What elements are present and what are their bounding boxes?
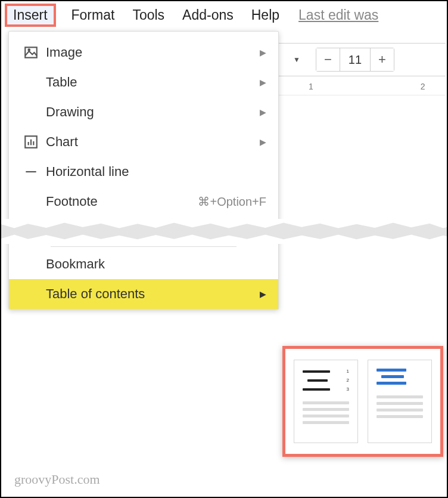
submenu-arrow-icon: ▶ bbox=[260, 78, 266, 87]
menu-format[interactable]: Format bbox=[69, 4, 117, 27]
menu-item-table-of-contents[interactable]: Table of contents ▶ bbox=[9, 279, 278, 309]
font-dropdown-arrow-icon[interactable]: ▼ bbox=[284, 51, 310, 69]
insert-dropdown: Image ▶ Table ▶ Drawing ▶ Chart ▶ Horizo… bbox=[8, 31, 279, 310]
menu-item-image[interactable]: Image ▶ bbox=[9, 38, 278, 67]
menu-item-table[interactable]: Table ▶ bbox=[9, 67, 278, 97]
horizontal-line-icon bbox=[16, 164, 46, 180]
menu-tools[interactable]: Tools bbox=[130, 4, 167, 27]
menu-item-label: Table bbox=[46, 75, 260, 90]
menu-item-horizontal-line[interactable]: Horizontal line bbox=[9, 157, 278, 187]
font-size-stepper[interactable]: − 11 + bbox=[316, 48, 394, 72]
submenu-arrow-icon: ▶ bbox=[260, 48, 266, 57]
menu-item-label: Footnote bbox=[46, 194, 198, 209]
submenu-arrow-icon: ▶ bbox=[260, 107, 266, 117]
menu-item-label: Chart bbox=[46, 134, 260, 150]
menu-item-label: Drawing bbox=[46, 104, 260, 120]
font-size-increase[interactable]: + bbox=[370, 48, 394, 71]
ruler-tick-1: 1 bbox=[309, 82, 313, 91]
toolbar-fragment: ▼ − 11 + bbox=[279, 43, 446, 76]
menu-item-drawing[interactable]: Drawing ▶ bbox=[9, 97, 278, 127]
menu-item-chart[interactable]: Chart ▶ bbox=[9, 127, 278, 157]
menu-item-footnote[interactable]: Footnote ⌘+Option+F bbox=[9, 187, 278, 216]
menu-item-label: Horizontal line bbox=[46, 164, 266, 180]
torn-edge-decoration bbox=[9, 220, 278, 243]
ruler: 1 2 bbox=[279, 78, 446, 95]
submenu-arrow-icon: ▶ bbox=[260, 289, 266, 299]
last-edit-link[interactable]: Last edit was bbox=[298, 7, 378, 23]
ruler-tick-2: 2 bbox=[421, 82, 425, 91]
menu-item-label: Table of contents bbox=[46, 286, 260, 302]
image-icon bbox=[16, 45, 46, 60]
menu-item-label: Bookmark bbox=[46, 256, 266, 272]
menu-addons[interactable]: Add-ons bbox=[180, 4, 236, 27]
watermark: groovyPost.com bbox=[14, 472, 100, 487]
font-size-value[interactable]: 11 bbox=[340, 53, 370, 67]
chart-icon bbox=[16, 134, 46, 150]
font-size-decrease[interactable]: − bbox=[316, 48, 340, 71]
menu-insert[interactable]: Insert bbox=[5, 4, 56, 27]
toc-with-blue-links[interactable] bbox=[368, 360, 432, 443]
svg-point-1 bbox=[28, 49, 30, 51]
submenu-arrow-icon: ▶ bbox=[260, 137, 266, 147]
toc-submenu: 1 2 3 bbox=[282, 346, 443, 457]
menu-item-label: Image bbox=[46, 45, 260, 60]
menu-divider bbox=[51, 246, 237, 247]
menu-help[interactable]: Help bbox=[249, 4, 282, 27]
menu-item-bookmark[interactable]: Bookmark bbox=[9, 249, 278, 279]
toc-with-page-numbers[interactable]: 1 2 3 bbox=[294, 360, 358, 443]
menubar: Insert Format Tools Add-ons Help Last ed… bbox=[1, 1, 447, 30]
shortcut-label: ⌘+Option+F bbox=[198, 194, 266, 209]
